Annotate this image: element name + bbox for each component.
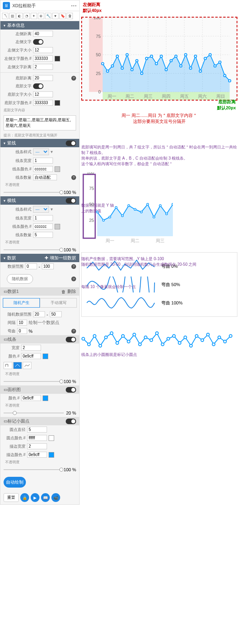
line-color-input[interactable] — [21, 353, 41, 359]
vline-toggle[interactable] — [66, 140, 76, 146]
marker-opacity-value: 100 % — [64, 467, 76, 472]
marker-radius-input[interactable] — [27, 427, 47, 433]
random-data-button[interactable]: 随机数据 — [7, 274, 33, 284]
vline-count-input[interactable] — [33, 174, 57, 180]
line-width-input[interactable] — [21, 345, 41, 351]
left-dist-input[interactable] — [33, 31, 53, 37]
interval-input[interactable] — [17, 320, 27, 326]
left-gap-input[interactable] — [33, 64, 53, 70]
bottom-content-input[interactable]: 星期一,星期二,星期三,星期四,星期五,星期六,星期天 — [4, 115, 76, 130]
marker-fill-swatch[interactable] — [49, 435, 54, 441]
lock-icon[interactable]: 🔒 — [20, 493, 29, 502]
tab-manual[interactable]: 手动填写 — [40, 298, 77, 308]
svg-text:周三: 周三 — [144, 94, 153, 99]
more-icon[interactable]: ••• — [71, 3, 77, 8]
reset-button[interactable]: 重置 — [4, 493, 19, 502]
vline-color-swatch[interactable] — [55, 166, 60, 172]
bottom-text-toggle[interactable] — [33, 83, 43, 89]
hline-color-swatch[interactable] — [55, 224, 60, 229]
svg-point-61 — [115, 207, 117, 209]
section-data-title: 数据 — [7, 255, 16, 261]
delete-data1-button[interactable]: 🗑 删除 — [61, 288, 76, 294]
vline-opacity-slider[interactable] — [4, 192, 61, 193]
bottom-color-swatch[interactable] — [55, 100, 60, 106]
hline-color-input[interactable] — [33, 223, 53, 229]
marker-strokew-input[interactable] — [27, 443, 47, 449]
area-opacity-slider[interactable] — [4, 413, 64, 413]
marker-toggle[interactable] — [66, 419, 76, 424]
bottom-dist-input[interactable] — [33, 75, 53, 81]
interval-suffix: 绘制一个数据点 — [29, 320, 59, 326]
help-icon[interactable]: ? — [71, 264, 76, 269]
area-toggle[interactable] — [66, 387, 76, 393]
auto-draw-button[interactable]: 自动绘制 — [4, 477, 26, 488]
svg-point-26 — [136, 59, 138, 62]
area-color-input[interactable] — [21, 395, 41, 401]
section-vline-title: 竖线 — [7, 140, 16, 146]
line-color-swatch[interactable] — [43, 354, 48, 359]
marker-fill-label: 圆点颜色 # — [4, 435, 25, 441]
vline-color-input[interactable] — [33, 166, 53, 172]
left-color-swatch[interactable] — [55, 56, 60, 61]
marker-fill-input[interactable] — [27, 435, 47, 441]
line-style-curve-button[interactable] — [23, 362, 31, 369]
tool-bookmark-icon[interactable]: 🔖 — [59, 13, 66, 19]
preview-icon[interactable]: ▶ — [31, 493, 39, 502]
left-size-input[interactable] — [33, 47, 53, 53]
tool-wrench-icon[interactable]: 🔧 — [45, 13, 51, 19]
line-style-step-button[interactable] — [4, 362, 12, 369]
data-range-from-input[interactable] — [25, 263, 37, 269]
bottom-color-input[interactable] — [33, 100, 53, 106]
svg-point-19 — [102, 63, 104, 65]
hline-opacity-slider[interactable] — [4, 249, 61, 250]
book-icon[interactable]: 📖 — [41, 493, 50, 502]
collapse-icon: ▭ — [4, 387, 8, 392]
rand-to-input[interactable] — [50, 311, 62, 317]
help-icon[interactable]: ? — [71, 76, 76, 81]
tab-random[interactable]: 随机产生 — [3, 298, 40, 308]
tool-globe-icon[interactable]: ⊕ — [38, 13, 44, 19]
bottom-size-input[interactable] — [33, 91, 53, 97]
tool-heart-icon[interactable]: ♥ — [52, 13, 59, 19]
tool-bar-chart-icon[interactable]: ▥ — [9, 13, 16, 19]
hline-style-select[interactable]: --- — [33, 206, 49, 213]
area-color-swatch[interactable] — [43, 395, 48, 401]
rand-from-input[interactable] — [33, 311, 45, 317]
marker-opacity-slider[interactable] — [4, 469, 61, 470]
line-toggle[interactable] — [66, 337, 76, 342]
data-range-to-input[interactable] — [42, 263, 54, 269]
hline-toggle[interactable] — [66, 198, 76, 203]
help-icon[interactable]: ? — [71, 175, 76, 180]
help-icon[interactable]: ? — [71, 277, 76, 281]
line-opacity-slider[interactable] — [4, 381, 61, 382]
tool-radar-icon[interactable]: ✦ — [31, 13, 37, 19]
help-icon[interactable]: ? — [71, 329, 76, 334]
curve-input[interactable] — [17, 328, 27, 334]
line-style-straight-button[interactable] — [13, 362, 22, 369]
section-vline[interactable]: ▾竖线 — [0, 139, 79, 147]
tool-line-chart-icon[interactable]: 〽 — [2, 13, 8, 19]
hline-width-input[interactable] — [33, 215, 53, 221]
add-data-button[interactable]: ✚ 增加一组数据 — [45, 255, 76, 261]
tool-trash-icon[interactable]: 🗑 — [67, 13, 73, 19]
marker-strokec-swatch[interactable] — [49, 452, 54, 458]
section-hline[interactable]: ▾横线 — [0, 196, 79, 205]
vline-width-input[interactable] — [33, 158, 53, 164]
section-data[interactable]: ▾数据✚ 增加一组数据 — [0, 254, 79, 262]
section-line[interactable]: ▭ 线条 — [0, 335, 79, 344]
svg-point-32 — [165, 69, 167, 71]
section-area[interactable]: ▭ 面积图 — [0, 385, 79, 394]
hline-count-input[interactable] — [33, 232, 53, 238]
left-text-toggle[interactable] — [33, 39, 43, 45]
svg-point-60 — [109, 216, 111, 218]
left-color-input[interactable] — [33, 55, 53, 61]
marker-strokec-input[interactable] — [27, 452, 47, 458]
section-data1[interactable]: ▭ 数据1🗑 删除 — [0, 287, 79, 296]
tool-gauge-icon[interactable]: ◐ — [16, 13, 23, 19]
left-dist-label: 左侧距离 — [4, 31, 31, 37]
section-basic[interactable]: ▾基本信息 — [0, 21, 79, 30]
vline-style-select[interactable]: --- — [33, 148, 49, 155]
tool-pie-icon[interactable]: ◔ — [24, 13, 30, 19]
camera-icon[interactable]: 📹 — [51, 493, 60, 502]
section-marker[interactable]: ▭ 标记小圆点 — [0, 417, 79, 425]
